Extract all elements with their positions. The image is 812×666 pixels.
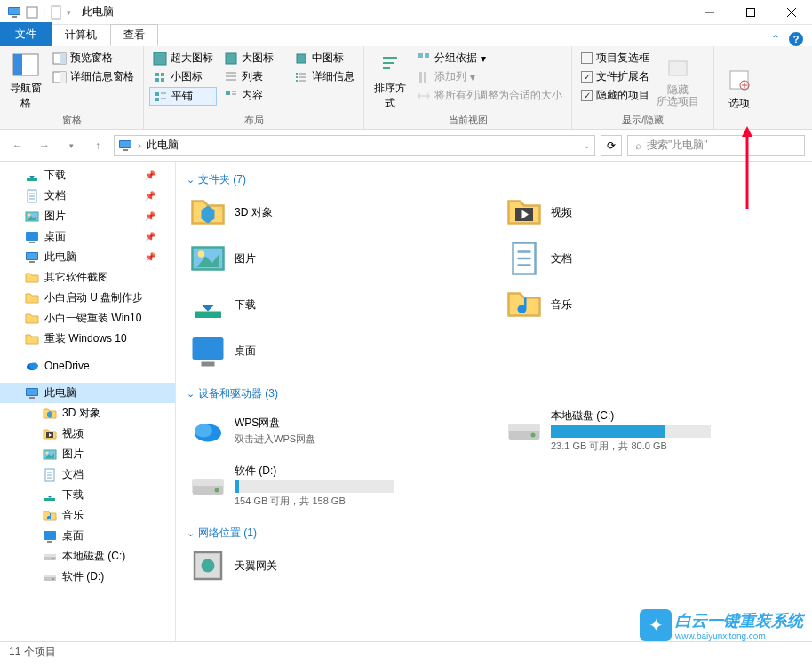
svg-rect-105 <box>195 312 221 319</box>
section-header[interactable]: 设备和驱动器 (3) <box>187 383 801 405</box>
sidebar-item[interactable]: 桌面📌 <box>0 226 175 247</box>
layout-detail[interactable]: 详细信息 <box>291 68 358 85</box>
doc-icon[interactable] <box>49 5 63 20</box>
sidebar-item[interactable]: 其它软件截图 <box>0 267 175 288</box>
sidebar-item[interactable]: 重装 Windows 10 <box>0 329 175 349</box>
drive-icon <box>43 570 57 584</box>
sidebar-item-label: 3D 对象 <box>62 406 100 421</box>
file-item[interactable]: 桌面 <box>187 329 485 372</box>
sidebar-item[interactable]: 此电脑 <box>0 383 175 403</box>
address-dropdown[interactable]: ⌄ <box>584 141 591 150</box>
detail-icon <box>294 70 308 84</box>
refresh-button[interactable]: ⟳ <box>601 135 622 156</box>
recent-dropdown[interactable]: ▾ <box>60 135 82 156</box>
layout-content[interactable]: 内容 <box>220 87 287 104</box>
svg-rect-6 <box>747 8 755 16</box>
layout-tiles[interactable]: 平铺 <box>149 87 217 106</box>
file-item[interactable]: 3D 对象 <box>187 191 485 234</box>
sidebar-item[interactable]: 下载 <box>0 485 175 505</box>
layout-small[interactable]: 小图标 <box>149 68 217 85</box>
file-item[interactable]: 图片 <box>187 237 485 280</box>
address-bar[interactable]: › 此电脑 ⌄ <box>114 135 595 156</box>
section-header[interactable]: 文件夹 (7) <box>187 169 801 191</box>
svg-rect-46 <box>669 61 687 75</box>
sidebar-item[interactable]: 小白一键重装 Win10 <box>0 308 175 329</box>
sidebar-item[interactable]: 音乐 <box>0 505 175 526</box>
tab-view[interactable]: 查看 <box>110 24 158 46</box>
sidebar-item[interactable]: 文档 <box>0 464 175 485</box>
collapse-ribbon-icon[interactable]: ⌃ <box>771 33 780 45</box>
group-layout-label: 布局 <box>149 112 358 127</box>
file-item[interactable]: 文档 <box>503 237 801 280</box>
checkbox-hidden[interactable]: 隐藏的项目 <box>577 87 653 104</box>
minimize-button[interactable] <box>689 0 730 25</box>
layout-medium[interactable]: 中图标 <box>291 50 358 67</box>
sidebar-item[interactable]: 本地磁盘 (C:) <box>0 546 175 567</box>
save-icon[interactable] <box>25 5 39 20</box>
options-button[interactable]: 选项 <box>720 50 759 127</box>
file-item[interactable]: 本地磁盘 (C:)23.1 GB 可用，共 80.0 GB <box>503 405 801 456</box>
checkbox-itemcheck[interactable]: 项目复选框 <box>577 50 653 67</box>
sidebar-item[interactable]: 小白启动 U 盘制作步 <box>0 288 175 308</box>
checkbox-icon <box>581 71 593 83</box>
section-header[interactable]: 网络位置 (1) <box>187 522 801 544</box>
details-pane-button[interactable]: 详细信息窗格 <box>49 68 138 85</box>
svg-rect-74 <box>29 397 35 399</box>
checkbox-ext[interactable]: 文件扩展名 <box>577 68 653 85</box>
file-item[interactable]: 视频 <box>503 191 801 234</box>
close-button[interactable] <box>771 0 812 25</box>
sidebar-item[interactable]: 图片 <box>0 444 175 464</box>
qat-dropdown[interactable]: ▾ <box>67 8 71 17</box>
layout-list[interactable]: 列表 <box>220 68 287 85</box>
search-input[interactable]: ⌕ 搜索"此电脑" <box>627 135 805 156</box>
details-pane-icon <box>52 70 67 84</box>
sidebar-item[interactable]: 3D 对象 <box>0 403 175 424</box>
annotation-arrow <box>738 124 756 213</box>
svg-rect-31 <box>297 54 306 63</box>
sidebar-item[interactable]: 下载📌 <box>0 165 175 186</box>
up-button[interactable]: ↑ <box>87 135 108 156</box>
file-item[interactable]: 软件 (D:)154 GB 可用，共 158 GB <box>187 460 485 511</box>
sidebar-item-label: 下载 <box>44 168 66 183</box>
forward-button[interactable]: → <box>34 135 55 156</box>
breadcrumb[interactable]: 此电脑 <box>147 138 179 153</box>
addcol-button[interactable]: 添加列 ▾ <box>413 68 566 85</box>
sort-button[interactable]: 排序方式 <box>370 50 410 112</box>
3d-icon <box>43 407 57 421</box>
pc-icon <box>25 386 39 400</box>
sidebar-item-label: 此电脑 <box>44 250 76 265</box>
hide-items-button[interactable]: 隐藏 所选项目 <box>657 50 699 112</box>
groupby-button[interactable]: 分组依据 ▾ <box>413 50 566 67</box>
svg-point-116 <box>215 488 219 493</box>
svg-rect-28 <box>226 91 230 95</box>
file-item[interactable]: WPS网盘双击进入WPS网盘 <box>187 405 485 456</box>
file-sub: 双击进入WPS网盘 <box>235 432 482 446</box>
tab-file[interactable]: 文件 <box>0 22 52 46</box>
folder-icon <box>25 271 39 285</box>
file-label: 天翼网关 <box>235 559 482 574</box>
fitcols-button[interactable]: 将所有列调整为合适的大小 <box>413 87 566 104</box>
medium-icon <box>294 52 308 66</box>
sidebar-item[interactable]: 图片📌 <box>0 206 175 226</box>
file-item[interactable]: 天翼网关 <box>187 544 485 587</box>
layout-large[interactable]: 大图标 <box>220 50 287 67</box>
sidebar-item[interactable]: 桌面 <box>0 526 175 546</box>
preview-pane-button[interactable]: 预览窗格 <box>49 50 138 67</box>
sidebar-item[interactable]: 此电脑📌 <box>0 247 175 267</box>
breadcrumb-sep: › <box>138 139 141 152</box>
file-item[interactable]: 音乐 <box>503 283 801 326</box>
sidebar-item[interactable]: 文档📌 <box>0 186 175 206</box>
layout-xlarge[interactable]: 超大图标 <box>149 50 217 67</box>
back-button[interactable]: ← <box>7 135 28 156</box>
svg-rect-32 <box>296 73 298 75</box>
tab-computer[interactable]: 计算机 <box>52 24 110 46</box>
desktop-icon <box>25 230 39 244</box>
sidebar-item[interactable]: 软件 (D:) <box>0 567 175 587</box>
sidebar-item[interactable]: 视频 <box>0 424 175 444</box>
nav-pane-button[interactable]: 导航窗格 <box>5 50 45 112</box>
sidebar-item[interactable]: OneDrive <box>0 356 175 376</box>
svg-marker-106 <box>202 291 215 312</box>
maximize-button[interactable] <box>730 0 771 25</box>
file-item[interactable]: 下载 <box>187 283 485 326</box>
help-icon[interactable]: ? <box>789 32 803 46</box>
